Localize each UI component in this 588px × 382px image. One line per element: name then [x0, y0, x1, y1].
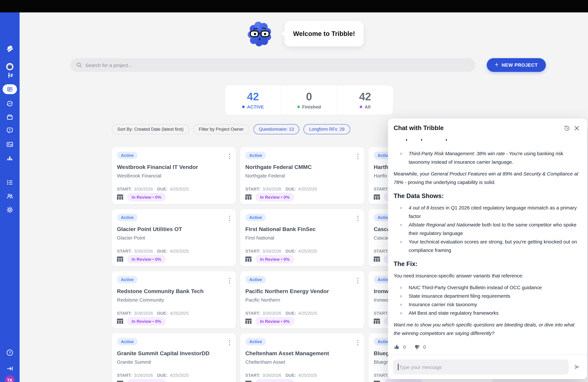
project-card[interactable]: Active Northgate Federal CMMC Northgate … — [240, 147, 364, 204]
chat-messages[interactable]: Third-Party Risk Management: 38% win rat… — [388, 138, 587, 355]
stat-value: 0 — [306, 90, 312, 103]
card-footer: In Review • 0% — [117, 255, 166, 263]
list-rows-icon[interactable] — [5, 178, 14, 187]
settings-gear-icon[interactable] — [5, 206, 14, 214]
kebab-menu-icon[interactable] — [228, 152, 231, 160]
chat-bullet-list: NAIC Third-Party Oversight Bulletin inst… — [394, 283, 582, 317]
table-columns-icon — [117, 256, 123, 262]
user-avatar[interactable]: TK — [5, 375, 15, 382]
tray-box-icon[interactable] — [5, 113, 14, 121]
stat-finished[interactable]: 0 Finished — [281, 85, 337, 115]
stat-active[interactable]: 42 ACTIVE — [225, 85, 281, 115]
review-checklist-icon[interactable] — [5, 140, 14, 149]
start-date: 3/26/2026 — [134, 249, 153, 254]
send-button[interactable] — [572, 362, 582, 372]
kebab-menu-icon[interactable] — [356, 214, 360, 222]
filter-chip-0[interactable]: Sort By: Created Date (latest first) — [112, 124, 189, 134]
start-date: 3/26/2026 — [262, 187, 281, 191]
project-company: Granite Summit — [117, 359, 231, 365]
project-card[interactable]: Active Westbrook Financial IT Vendor Wes… — [112, 147, 236, 204]
start-label: START: — [374, 187, 389, 191]
text-caret — [398, 364, 398, 370]
due-label: DUE: — [286, 373, 296, 378]
filter-chip-2[interactable]: Questionnaire: 13 — [253, 124, 299, 134]
project-card[interactable]: Active First National Bank FinSec First … — [240, 209, 364, 266]
kebab-menu-icon[interactable] — [356, 152, 360, 160]
project-card[interactable]: Active Redstone Community Bank Tech Reds… — [112, 271, 236, 328]
table-columns-icon — [245, 256, 252, 262]
project-dates: START:3/26/2026 DUE:4/25/2025 — [117, 187, 231, 191]
filter-chip-1[interactable]: Filter by Project Owner — [193, 124, 249, 134]
project-card[interactable]: Active Granite Summit Capital InvestorDD… — [112, 333, 236, 382]
kebab-menu-icon[interactable] — [356, 276, 360, 284]
status-badge: Active — [245, 214, 266, 221]
sidebar-rail: ? TK — [0, 12, 20, 382]
start-label: START: — [117, 311, 132, 316]
agent-handoff-icon[interactable] — [5, 72, 14, 80]
chat-bullet-item: 4 out of 8 losses in Q1 2026 cited regul… — [409, 204, 582, 221]
project-title: Redstone Community Bank Tech — [117, 288, 231, 295]
table-columns-icon — [374, 318, 380, 324]
project-dates: START:3/26/2026 DUE:4/25/2025 — [245, 249, 359, 254]
kebab-menu-icon[interactable] — [228, 214, 231, 222]
card-footer: In Review • 0% — [374, 379, 422, 382]
emphasis-text: General Product Features win at 89% — [431, 171, 512, 176]
chat-panel: Chat with Tribble Third-Party Risk Manag… — [388, 119, 587, 379]
mascot-avatar-icon[interactable] — [5, 63, 14, 71]
chat-bullet-item: State insurance department filing requir… — [409, 292, 582, 300]
project-card[interactable]: Active Glacier Point Utilities OT Glacie… — [112, 209, 236, 266]
close-icon[interactable] — [572, 123, 582, 133]
stat-value: 42 — [359, 90, 371, 103]
start-label: START: — [374, 373, 389, 378]
due-label: DUE: — [157, 311, 168, 316]
chat-sparkle-icon[interactable] — [5, 126, 14, 135]
card-footer: In Review • 0% — [117, 193, 166, 201]
kebab-menu-icon[interactable] — [228, 339, 231, 347]
new-project-button[interactable]: + NEW PROJECT — [487, 58, 546, 72]
kebab-menu-icon[interactable] — [228, 276, 231, 284]
sidebar-item-projects-active[interactable] — [3, 84, 17, 94]
stat-all[interactable]: 42 All — [337, 85, 393, 115]
message-input[interactable]: Type your message — [393, 360, 569, 375]
filter-chip-3[interactable]: Longform RFx: 29 — [304, 124, 350, 134]
welcome-text: Welcome to Tribble! — [293, 30, 355, 37]
chat-bullet-item: AM Best and state regulatory frameworks — [409, 309, 582, 317]
emphasis-text: Third-Party Risk Management: 38% win rat… — [409, 151, 505, 156]
emphasis-text: Allstate Regional and Nationwide — [409, 222, 481, 227]
sign-out-icon[interactable] — [5, 364, 14, 373]
status-badge: Active — [117, 152, 138, 159]
stat-label: ACTIVE — [242, 104, 264, 109]
due-label: DUE: — [286, 249, 296, 254]
thumbs-up-button[interactable]: 0 — [394, 343, 406, 351]
bar-chart-icon[interactable] — [5, 154, 14, 162]
start-date: 3/26/2026 — [262, 249, 281, 254]
tribble-mascot — [246, 20, 273, 47]
thumbs-down-icon — [414, 344, 420, 350]
stat-value: 42 — [247, 90, 259, 103]
history-icon[interactable] — [562, 123, 572, 133]
progress-pill: In Review • 0% — [255, 255, 294, 263]
chat-bullet-item: Allstate Regional and Nationwide both lo… — [409, 221, 582, 237]
project-title: First National Bank FinSec — [245, 226, 359, 233]
start-date: 3/26/2026 — [262, 373, 281, 378]
project-card[interactable]: Active Pacific Northern Energy Vendor Pa… — [240, 271, 364, 328]
kebab-menu-icon[interactable] — [356, 339, 360, 347]
project-card[interactable]: Active Cheltenham Asset Management Chelt… — [240, 333, 364, 382]
project-company: Glacier Point — [117, 235, 231, 240]
chat-heading: The Fix: — [394, 260, 582, 268]
status-dot — [360, 106, 362, 108]
table-columns-icon — [374, 381, 380, 382]
chat-paragraph: You need insurance-specific answer varia… — [394, 272, 582, 280]
due-date: 4/25/2025 — [170, 249, 189, 254]
due-label: DUE: — [286, 187, 296, 191]
status-badge: Active — [245, 338, 266, 345]
thumbs-down-button[interactable]: 0 — [414, 343, 426, 351]
user-initials: TK — [7, 378, 13, 382]
feedback-row: 0 0 — [394, 343, 582, 351]
clipped-message-line — [394, 138, 582, 146]
help-icon[interactable]: ? — [5, 348, 14, 357]
team-people-icon[interactable] — [5, 192, 14, 200]
sync-sparkle-icon[interactable] — [5, 99, 14, 108]
chat-heading: The Data Shows: — [394, 192, 582, 200]
search-input[interactable]: Search for a project... — [70, 58, 475, 72]
